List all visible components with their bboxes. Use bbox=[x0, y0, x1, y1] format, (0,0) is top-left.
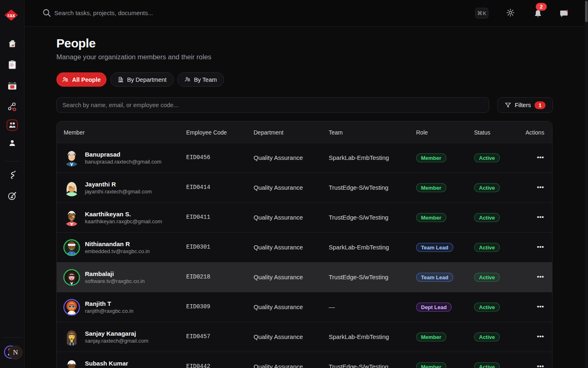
svg-text:rax: rax bbox=[7, 13, 15, 18]
